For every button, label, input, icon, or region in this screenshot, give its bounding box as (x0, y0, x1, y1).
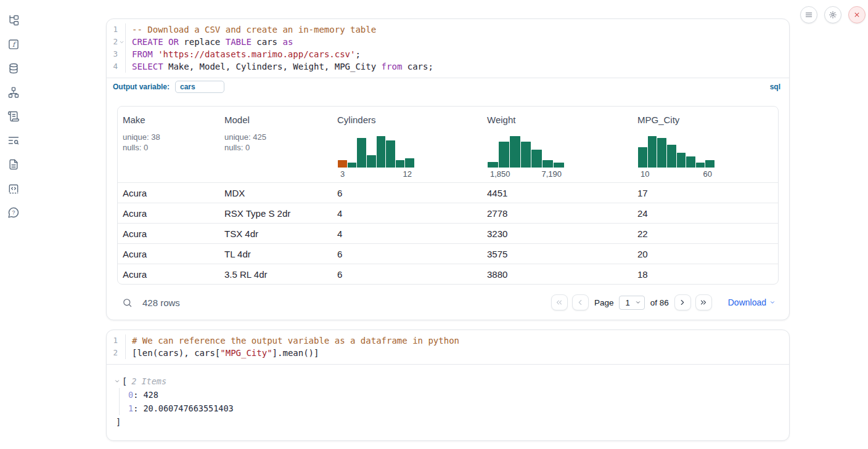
menu-icon[interactable] (800, 6, 817, 23)
line-number: 1 (107, 23, 126, 36)
column-header-weight[interactable]: Weight1,8507,190 (482, 107, 633, 182)
sql-cell-output: Makeunique: 38nulls: 0Modelunique: 425nu… (107, 96, 789, 320)
column-stats: unique: 38nulls: 0 (123, 132, 215, 153)
histogram-bar (686, 156, 695, 168)
histogram-axis-labels: 1,8507,190 (488, 169, 564, 179)
table-cell: 17 (633, 188, 778, 198)
column-title: MPG_City (637, 115, 773, 125)
scratchpad-icon[interactable] (7, 110, 20, 123)
python-cell: 1# We can reference the output variable … (106, 330, 790, 441)
code-line: 1-- Download a CSV and create an in-memo… (107, 23, 789, 36)
tree-entry: 0: 428 (128, 388, 789, 402)
table-cell: Acura (118, 249, 219, 259)
code-text: -- Download a CSV and create an in-memor… (126, 23, 376, 36)
next-page-button[interactable] (674, 294, 691, 310)
code-text: # We can reference the output variable a… (126, 334, 459, 347)
table-row[interactable]: AcuraRSX Type S 2dr4277824 (118, 203, 778, 223)
histogram-bar (657, 138, 666, 168)
logs-search-icon[interactable] (7, 134, 20, 147)
dependency-graph-icon[interactable] (7, 86, 20, 99)
histogram-bar (488, 162, 498, 168)
line-number: 4 (107, 60, 126, 73)
fold-spacer (118, 51, 125, 58)
table-row[interactable]: AcuraTSX 4dr4323022 (118, 223, 778, 243)
table-cell: Acura (118, 208, 219, 219)
table-row[interactable]: AcuraMDX6445117 (118, 182, 778, 203)
output-variable-input[interactable] (175, 81, 224, 93)
first-page-button[interactable] (551, 294, 568, 310)
line-number: 2 (107, 36, 126, 48)
table-cell: 4 (332, 208, 482, 219)
shutdown-close-icon[interactable] (848, 6, 866, 23)
table-cell: 20 (633, 249, 778, 259)
column-title: Make (123, 115, 215, 125)
page-total-label: of 86 (650, 298, 669, 307)
column-header-mpg_city[interactable]: MPG_City1060 (633, 107, 778, 182)
table-row[interactable]: Acura3.5 RL 4dr6388018 (118, 264, 778, 284)
code-line: 3FROM 'https://datasets.marimo.app/cars.… (107, 48, 789, 60)
column-header-make[interactable]: Makeunique: 38nulls: 0 (118, 107, 219, 182)
column-histogram: 1060 (638, 136, 714, 179)
column-title: Weight (487, 115, 628, 125)
help-icon[interactable]: ? (7, 206, 20, 219)
code-line: 1# We can reference the output variable … (107, 334, 789, 347)
documentation-icon[interactable] (7, 158, 20, 171)
fold-caret-icon[interactable] (118, 39, 125, 46)
histogram-bar (386, 140, 395, 168)
histogram-bar (554, 163, 564, 168)
histogram-bar (510, 136, 520, 168)
table-cell: 3575 (482, 249, 633, 259)
table-cell: 18 (633, 269, 778, 280)
table-header: Makeunique: 38nulls: 0Modelunique: 425nu… (118, 107, 778, 182)
fold-spacer (118, 338, 125, 344)
code-text: [len(cars), cars["MPG_City"].mean()] (126, 347, 319, 359)
histogram-bar (338, 160, 347, 168)
table-cell: 3230 (482, 229, 633, 239)
previous-page-button[interactable] (572, 294, 589, 310)
column-title: Cylinders (337, 115, 477, 125)
functions-icon[interactable]: f (7, 38, 20, 51)
table-cell: 6 (332, 188, 482, 198)
histogram-bar (348, 163, 357, 168)
code-text: CREATE OR replace TABLE cars as (126, 36, 293, 48)
line-number: 2 (107, 347, 126, 359)
column-stats: unique: 425nulls: 0 (224, 132, 327, 153)
page-select[interactable]: 1 (619, 296, 644, 310)
table-cell: 4451 (482, 188, 633, 198)
table-cell: 22 (633, 229, 778, 239)
column-header-cylinders[interactable]: Cylinders312 (332, 107, 482, 182)
snippets-icon[interactable] (7, 182, 20, 195)
histogram-bar (531, 150, 542, 168)
histogram-bar (377, 136, 386, 168)
database-icon[interactable] (7, 62, 20, 75)
line-number: 1 (107, 334, 126, 347)
collapse-caret-icon[interactable] (113, 378, 121, 385)
table-cell: 24 (633, 208, 778, 219)
file-tree-icon[interactable] (7, 14, 20, 27)
python-code-editor[interactable]: 1# We can reference the output variable … (107, 330, 789, 364)
histogram-bar (521, 142, 531, 168)
language-badge: sql (770, 83, 783, 91)
table-cell: 4 (332, 229, 482, 239)
code-text: FROM 'https://datasets.marimo.app/cars.c… (126, 48, 361, 60)
last-page-button[interactable] (695, 294, 712, 310)
column-histogram: 312 (338, 136, 414, 179)
sql-code-editor[interactable]: 1-- Download a CSV and create an in-memo… (107, 19, 789, 78)
table-cell: MDX (219, 188, 332, 198)
svg-text:f: f (12, 41, 17, 49)
page-select-value: 1 (625, 298, 629, 307)
search-icon[interactable] (122, 297, 133, 308)
python-cell-output: [ 2 Items 0: 4281: 20.060747663551403 ] (107, 364, 789, 440)
table-row[interactable]: AcuraTL 4dr6357520 (118, 243, 778, 264)
column-histogram: 1,8507,190 (488, 136, 564, 179)
open-bracket: [ (122, 374, 127, 388)
table-footer: 428 rows Page 1 of 86 Download (117, 294, 779, 311)
histogram-bar (667, 145, 676, 168)
settings-gear-icon[interactable] (824, 6, 841, 23)
table-cell: TSX 4dr (219, 229, 332, 239)
column-header-model[interactable]: Modelunique: 425nulls: 0 (219, 107, 332, 182)
data-table: Makeunique: 38nulls: 0Modelunique: 425nu… (117, 106, 779, 285)
download-button[interactable]: Download (728, 297, 776, 307)
output-variable-label: Output variable: (113, 83, 170, 91)
code-line: 2CREATE OR replace TABLE cars as (107, 36, 789, 48)
